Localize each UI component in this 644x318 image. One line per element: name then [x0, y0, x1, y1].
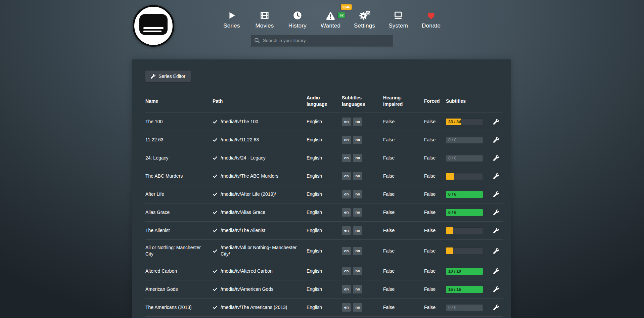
wrench-icon[interactable] [493, 286, 499, 292]
nav-item-system[interactable]: System [388, 8, 408, 29]
wrench-icon[interactable] [493, 119, 499, 125]
language-badge: en [342, 247, 351, 255]
language-badge: no [353, 118, 362, 126]
bazarr-logo[interactable] [133, 5, 174, 47]
wanted-count-badge: 2246 [341, 4, 352, 10]
subtitles-progress-fill [446, 227, 453, 234]
nav-label: History [288, 22, 307, 29]
audio-language: English [307, 209, 342, 216]
language-badge: en [342, 136, 351, 144]
check-icon [213, 137, 218, 142]
series-name[interactable]: The Alienist [145, 227, 213, 234]
subtitle-language-badges: enno [342, 190, 383, 198]
series-name[interactable]: After Life [145, 191, 213, 197]
series-name[interactable]: All or Nothing: Manchester City [145, 244, 213, 257]
heart-icon [426, 8, 436, 20]
nav-item-settings[interactable]: Settings [354, 8, 375, 29]
play-icon [227, 8, 236, 20]
nav-item-donate[interactable]: Donate [421, 8, 441, 29]
audio-language: English [307, 268, 342, 274]
language-badge: no [353, 285, 362, 293]
language-badge: no [353, 267, 362, 275]
language-badge: en [342, 172, 351, 180]
wrench-icon[interactable] [493, 210, 499, 215]
hearing-impaired-value: False [383, 268, 424, 274]
series-name[interactable]: Altered Carbon [145, 268, 213, 274]
wrench-icon[interactable] [493, 305, 499, 310]
hearing-impaired-value: False [383, 209, 424, 216]
search-input[interactable] [250, 35, 394, 46]
series-path: /media/tv/The 100 [221, 119, 258, 125]
table-row: American Gods /media/tv/American Gods En… [145, 280, 503, 298]
series-name[interactable]: 24: Legacy [145, 155, 213, 161]
wrench-icon[interactable] [493, 191, 499, 197]
subtitles-progress [446, 173, 483, 180]
wanted-count-badge-secondary: 62 [338, 12, 345, 18]
series-name[interactable]: American Gods [145, 286, 213, 292]
language-badge: no [353, 247, 362, 255]
series-path: /media/tv/Altered Carbon [221, 268, 273, 274]
subtitle-language-badges: enno [342, 267, 383, 275]
subtitle-language-badges: enno [342, 118, 383, 126]
check-icon [213, 192, 218, 197]
forced-value: False [424, 209, 446, 216]
header-audio-language: Audio language [307, 95, 342, 107]
subtitles-progress: 33 / 84 [446, 119, 483, 125]
wrench-icon[interactable] [493, 268, 499, 274]
hearing-impaired-value: False [383, 173, 424, 179]
hearing-impaired-value: False [383, 286, 424, 292]
series-path: /media/tv/All or Nothing- Manchester Cit… [221, 244, 301, 257]
nav-label: Settings [354, 22, 375, 29]
table-row: The 100 /media/tv/The 100 English enno F… [145, 112, 503, 131]
library-search [250, 35, 394, 46]
series-path: /media/tv/The Americans (2013) [221, 304, 287, 311]
language-badge: no [353, 226, 362, 235]
nav-item-wanted[interactable]: 2246 62 Wanted [321, 8, 340, 29]
table-row: Altered Carbon /media/tv/Altered Carbon … [145, 262, 503, 280]
nav-item-movies[interactable]: Movies [255, 8, 274, 29]
hearing-impaired-value: False [383, 248, 424, 254]
check-icon [213, 174, 218, 179]
series-name[interactable]: 11.22.63 [145, 137, 213, 143]
header-hearing-impaired: Hearing-impaired [383, 95, 424, 107]
table-row: All or Nothing: Manchester City /media/t… [145, 239, 503, 262]
subtitles-progress-fill: 6 / 6 [446, 209, 483, 216]
check-icon [213, 228, 218, 233]
laptop-icon [393, 8, 403, 20]
series-path: /media/tv/11.22.63 [221, 137, 259, 143]
nav-item-series[interactable]: Series [222, 8, 241, 29]
audio-language: English [307, 304, 342, 311]
series-table: Name Path Audio language Subtitles langu… [145, 92, 503, 318]
language-badge: en [342, 285, 351, 293]
series-name[interactable]: The ABC Murders [145, 173, 213, 179]
wrench-icon[interactable] [493, 137, 499, 143]
hearing-impaired-value: False [383, 155, 424, 161]
language-badge: en [342, 267, 351, 275]
series-path: /media/tv/Alias Grace [221, 209, 265, 216]
nav-label: Series [223, 22, 240, 29]
wrench-icon[interactable] [493, 155, 499, 161]
app-header: Series Movies History 2246 62 [0, 0, 644, 59]
wrench-icon[interactable] [493, 173, 499, 179]
series-name[interactable]: Alias Grace [145, 209, 213, 216]
wrench-icon[interactable] [493, 228, 499, 233]
subtitles-progress [446, 247, 483, 254]
subtitles-progress-fill: 6 / 6 [446, 191, 483, 198]
nav-item-history[interactable]: History [288, 8, 307, 29]
subtitles-progress: 0 / 0 [446, 137, 483, 143]
series-editor-button[interactable]: Series Editor [145, 71, 191, 82]
check-icon [213, 305, 218, 310]
subtitle-language-badges: enno [342, 247, 383, 255]
series-name[interactable]: The 100 [145, 119, 213, 125]
nav-label: Donate [422, 22, 441, 29]
audio-language: English [307, 227, 342, 234]
forced-value: False [424, 248, 446, 254]
language-badge: no [353, 154, 362, 162]
audio-language: English [307, 137, 342, 143]
warning-icon [325, 8, 336, 20]
series-name[interactable]: The Americans (2013) [145, 304, 213, 311]
check-icon [213, 155, 218, 161]
wrench-icon[interactable] [493, 248, 499, 254]
logo-graphic [139, 14, 168, 35]
bazarr-app: Series Movies History 2246 62 [0, 0, 644, 318]
